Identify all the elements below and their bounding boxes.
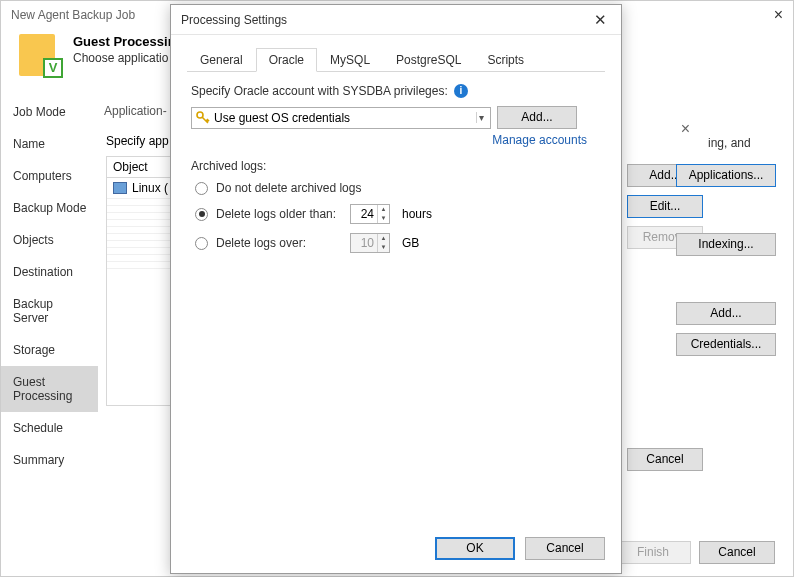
- nav-objects[interactable]: Objects: [1, 224, 99, 256]
- wizard-nav: Job Mode Name Computers Backup Mode Obje…: [1, 86, 99, 541]
- account-label: Specify Oracle account with SYSDBA privi…: [191, 84, 448, 98]
- dialog-tabstrip: General Oracle MySQL PostgreSQL Scripts: [187, 47, 605, 72]
- dialog-cancel-button[interactable]: Cancel: [525, 537, 605, 560]
- tab-scripts[interactable]: Scripts: [474, 48, 537, 72]
- nav-guest-processing[interactable]: Guest Processing: [1, 366, 99, 412]
- add-account-button[interactable]: Add...: [497, 106, 577, 129]
- nav-job-mode[interactable]: Job Mode: [1, 96, 99, 128]
- dialog-close-icon[interactable]: ✕: [590, 11, 611, 29]
- cancel-button[interactable]: Cancel: [699, 541, 775, 564]
- wizard-icon: V: [19, 34, 61, 76]
- nav-computers[interactable]: Computers: [1, 160, 99, 192]
- nav-summary[interactable]: Summary: [1, 444, 99, 476]
- account-combo[interactable]: Use guest OS credentials ▾: [191, 107, 491, 129]
- info-icon[interactable]: i: [454, 84, 468, 98]
- radio-over-row[interactable]: Delete logs over: 10 ▲▼ GB: [191, 233, 601, 253]
- spinner-buttons[interactable]: ▲▼: [377, 205, 389, 223]
- nav-schedule[interactable]: Schedule: [1, 412, 99, 444]
- nav-backup-server[interactable]: Backup Server: [1, 288, 99, 334]
- tab-general[interactable]: General: [187, 48, 256, 72]
- close-icon[interactable]: ×: [774, 6, 783, 24]
- finish-button: Finish: [615, 541, 691, 564]
- dialog-title: Processing Settings: [181, 13, 287, 27]
- wizard-footer: Finish Cancel: [615, 541, 775, 564]
- dialog-footer: OK Cancel: [435, 537, 605, 560]
- tab-mysql[interactable]: MySQL: [317, 48, 383, 72]
- row-label: Linux (: [132, 181, 168, 195]
- hours-unit: hours: [402, 207, 438, 221]
- add-creds-button[interactable]: Add...: [676, 302, 776, 325]
- nav-destination[interactable]: Destination: [1, 256, 99, 288]
- nav-name[interactable]: Name: [1, 128, 99, 160]
- nav-backup-mode[interactable]: Backup Mode: [1, 192, 99, 224]
- combo-text: Use guest OS credentials: [214, 111, 472, 125]
- wizard-title: New Agent Backup Job: [11, 8, 135, 22]
- manage-accounts-link[interactable]: Manage accounts: [492, 133, 587, 147]
- radio-over-label: Delete logs over:: [216, 236, 342, 250]
- over-gb-value: 10: [351, 234, 377, 252]
- archived-logs-label: Archived logs:: [191, 159, 601, 173]
- wizard-header-title: Guest Processing: [73, 34, 184, 49]
- spinner-buttons: ▲▼: [377, 234, 389, 252]
- right-column: Applications... Indexing... Add... Crede…: [676, 164, 776, 356]
- secondary-close-icon[interactable]: ×: [681, 120, 690, 138]
- wizard-header-desc: Choose applicatio: [73, 51, 184, 65]
- processing-settings-dialog: Processing Settings ✕ General Oracle MyS…: [170, 4, 622, 574]
- indexing-button[interactable]: Indexing...: [676, 233, 776, 256]
- radio-delete-over[interactable]: [195, 237, 208, 250]
- gb-unit: GB: [402, 236, 438, 250]
- radio-no-delete-label: Do not delete archived logs: [216, 181, 361, 195]
- radio-older-label: Delete logs older than:: [216, 207, 342, 221]
- middle-cancel-button[interactable]: Cancel: [627, 448, 703, 471]
- tab-oracle[interactable]: Oracle: [256, 48, 317, 72]
- older-hours-value: 24: [351, 205, 377, 223]
- frag-text: ing, and: [708, 136, 751, 150]
- nav-storage[interactable]: Storage: [1, 334, 99, 366]
- server-icon: [113, 182, 127, 194]
- ok-button[interactable]: OK: [435, 537, 515, 560]
- older-hours-spinner[interactable]: 24 ▲▼: [350, 204, 390, 224]
- dialog-titlebar: Processing Settings ✕: [171, 5, 621, 35]
- tab-postgresql[interactable]: PostgreSQL: [383, 48, 474, 72]
- wizard-header-text: Guest Processing Choose applicatio: [73, 34, 184, 65]
- radio-no-delete[interactable]: [195, 182, 208, 195]
- radio-older-row[interactable]: Delete logs older than: 24 ▲▼ hours: [191, 204, 601, 224]
- over-gb-spinner: 10 ▲▼: [350, 233, 390, 253]
- oracle-tab-body: Specify Oracle account with SYSDBA privi…: [171, 72, 621, 274]
- radio-delete-older[interactable]: [195, 208, 208, 221]
- credentials-button[interactable]: Credentials...: [676, 333, 776, 356]
- applications-button[interactable]: Applications...: [676, 164, 776, 187]
- chevron-down-icon[interactable]: ▾: [476, 112, 486, 123]
- key-icon: [196, 111, 210, 125]
- radio-no-delete-row[interactable]: Do not delete archived logs: [191, 181, 601, 195]
